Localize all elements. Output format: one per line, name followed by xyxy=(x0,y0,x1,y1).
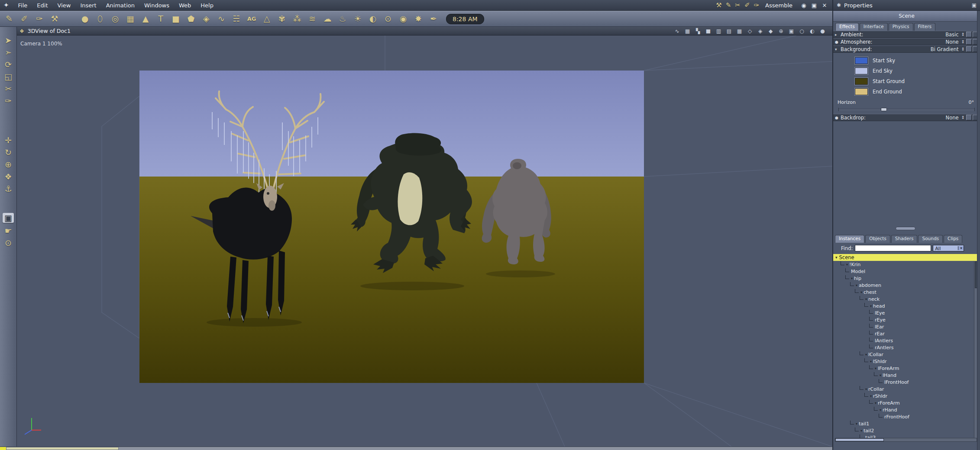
insert-cone-icon[interactable]: ▲ xyxy=(141,15,150,23)
tab-physics[interactable]: Physics xyxy=(889,23,913,31)
layout-2pane-icon[interactable]: ▥ xyxy=(715,28,722,34)
font-tool-icon[interactable]: AG xyxy=(247,16,256,22)
tree-item-leye[interactable]: lEye xyxy=(833,309,978,316)
tree-item-lcollar[interactable]: ▾lCollar xyxy=(833,351,978,358)
tree-item-lshldr[interactable]: ▾lShldr xyxy=(833,358,978,365)
tab-clips[interactable]: Clips xyxy=(944,235,962,243)
menu-file[interactable]: File xyxy=(13,0,32,10)
render-icon[interactable]: ✸ xyxy=(414,15,423,23)
atmosphere-row[interactable]: ● Atmosphere: None ⇕ xyxy=(833,38,980,45)
select-tool-icon[interactable]: ➤ xyxy=(5,36,12,45)
insert-bulb-light-icon[interactable]: ⊙ xyxy=(383,15,393,23)
ambient-swatch-button[interactable] xyxy=(966,32,972,37)
menu-windows[interactable]: Windows xyxy=(139,0,174,10)
visibility-icon[interactable]: ◉ xyxy=(799,2,808,9)
rotate-tool-icon[interactable]: ⟳ xyxy=(5,61,12,69)
layout-single-icon[interactable]: ■ xyxy=(705,28,712,34)
tree-expand-icon[interactable]: ▾ xyxy=(860,290,862,294)
color-swatch[interactable] xyxy=(855,78,868,85)
tree-expand-icon[interactable]: ▾ xyxy=(865,353,867,357)
tree-item-lhand[interactable]: ▾lHand xyxy=(833,372,978,379)
tree-item-!krin[interactable]: ▾!Krin xyxy=(833,261,978,268)
tree-expand-icon[interactable]: ▾ xyxy=(870,360,872,363)
menu-animation[interactable]: Animation xyxy=(101,0,139,10)
brush-tool-icon[interactable]: ✑ xyxy=(35,15,44,23)
color-swatch[interactable] xyxy=(855,57,868,64)
tree-item-rshldr[interactable]: ▾rShldr xyxy=(833,392,978,399)
paint-tool-icon[interactable]: ✑ xyxy=(5,97,12,105)
atmosphere-value[interactable]: None xyxy=(946,39,959,45)
tree-item-lear[interactable]: lEar xyxy=(833,323,978,330)
compass-icon[interactable]: ⊕ xyxy=(777,28,785,34)
tab-objects[interactable]: Objects xyxy=(865,235,890,243)
find-input[interactable] xyxy=(855,245,931,251)
tree-expand-icon[interactable]: ▾ xyxy=(880,373,881,377)
tab-instances[interactable]: Instances xyxy=(835,235,864,243)
backdrop-options-icon[interactable]: ⇕ xyxy=(961,115,965,120)
tree-expand-icon[interactable]: ▾ xyxy=(856,422,857,426)
brush-icon[interactable]: ✑ xyxy=(754,1,759,9)
ghost-pen-tool-icon[interactable]: ✐ xyxy=(19,15,29,23)
tree-expand-icon[interactable]: ▾ xyxy=(865,387,867,391)
hand-tool-icon[interactable]: ☛ xyxy=(4,227,12,235)
zoom-tool-icon[interactable]: ⊙ xyxy=(5,239,12,247)
insert-text-icon[interactable]: T xyxy=(156,15,165,23)
panel-horizontal-scrollbar[interactable] xyxy=(835,438,977,442)
aa-toggle-icon[interactable]: ▚ xyxy=(694,28,702,34)
tree-item-rantlers[interactable]: rAntlers xyxy=(833,344,978,351)
tree-item-lforearm[interactable]: ▾lForeArm xyxy=(833,365,978,372)
tree-item-hip[interactable]: ▾hip xyxy=(833,275,978,282)
background-row[interactable]: ▾ Background: Bi Gradient ⇕ xyxy=(833,45,980,53)
rotate-manip-icon[interactable]: ↻ xyxy=(5,148,12,157)
motion-path-icon[interactable]: ∿ xyxy=(673,28,681,34)
layout-4pane-icon[interactable]: ▦ xyxy=(736,28,743,34)
tree-item-rear[interactable]: rEar xyxy=(833,330,978,337)
insert-plane-icon[interactable]: ▦ xyxy=(126,15,135,23)
insert-sphere-icon[interactable]: ● xyxy=(80,15,90,23)
backdrop-toggle-icon[interactable]: ● xyxy=(835,116,841,120)
preview-textured-icon[interactable]: ● xyxy=(819,28,826,34)
ambient-value[interactable]: Basic xyxy=(945,32,958,38)
tab-effects[interactable]: Effects xyxy=(835,23,859,31)
atmosphere-options-icon[interactable]: ⇕ xyxy=(961,39,965,44)
tab-filters[interactable]: Filters xyxy=(914,23,935,31)
panel-menu-icon[interactable]: ▣ xyxy=(972,2,977,8)
ambient-row[interactable]: ▸ Ambient: Basic ⇕ xyxy=(833,31,980,38)
insert-icosahedron-icon[interactable]: ⬟ xyxy=(186,15,196,23)
tab-interface[interactable]: Interface xyxy=(860,23,888,31)
insert-plant-icon[interactable]: ✾ xyxy=(277,15,287,23)
menu-view[interactable]: View xyxy=(53,0,76,10)
horizon-slider-thumb[interactable] xyxy=(881,108,887,111)
tree-expand-icon[interactable]: ▾ xyxy=(870,304,872,308)
layout-3pane-icon[interactable]: ▤ xyxy=(725,28,733,34)
tree-item-abdomen[interactable]: ▾abdomen xyxy=(833,282,978,289)
insert-vertex-object-icon[interactable]: ◈ xyxy=(201,15,211,23)
preview-wire-icon[interactable]: ○ xyxy=(798,28,805,34)
tree-item-tail3[interactable]: tail3 xyxy=(833,434,978,438)
backdrop-swatch-button[interactable] xyxy=(966,115,972,120)
tree-item-rhand[interactable]: ▾rHand xyxy=(833,406,978,413)
horizon-slider[interactable] xyxy=(838,108,975,111)
find-filter-dropdown[interactable]: All ▾ xyxy=(933,245,964,251)
restore-window-icon[interactable]: ▣ xyxy=(810,2,818,9)
tree-expand-icon[interactable]: ▾ xyxy=(875,401,877,405)
menu-insert[interactable]: Insert xyxy=(75,0,101,10)
color-swatch[interactable] xyxy=(855,88,868,95)
tree-item-rcollar[interactable]: ▾rCollar xyxy=(833,386,978,392)
atmosphere-toggle-icon[interactable]: ● xyxy=(835,40,841,44)
insert-particle-icon[interactable]: ⁂ xyxy=(292,15,302,23)
viewport-3d[interactable]: Camera 1 100% xyxy=(17,35,832,447)
insert-cylinder-icon[interactable]: ⬯ xyxy=(95,15,105,23)
tree-expand-icon[interactable]: ▾ xyxy=(851,276,853,280)
quality-med-icon[interactable]: ◈ xyxy=(757,28,764,34)
tree-item-neck[interactable]: ▾neck xyxy=(833,296,978,302)
background-options-icon[interactable]: ⇕ xyxy=(961,47,965,51)
eyedropper-icon[interactable]: ✒ xyxy=(429,15,438,23)
tree-item-chest[interactable]: ▾chest xyxy=(833,289,978,296)
close-window-icon[interactable]: ✕ xyxy=(820,2,829,9)
knife-tool-icon[interactable]: ✂ xyxy=(5,85,12,93)
background-toggle-icon[interactable]: ▾ xyxy=(835,47,841,51)
insert-torus-icon[interactable]: ◎ xyxy=(110,15,120,23)
tree-root-scene[interactable]: ▾ Scene xyxy=(833,254,978,261)
scale-tool-icon[interactable]: ◱ xyxy=(4,73,12,81)
